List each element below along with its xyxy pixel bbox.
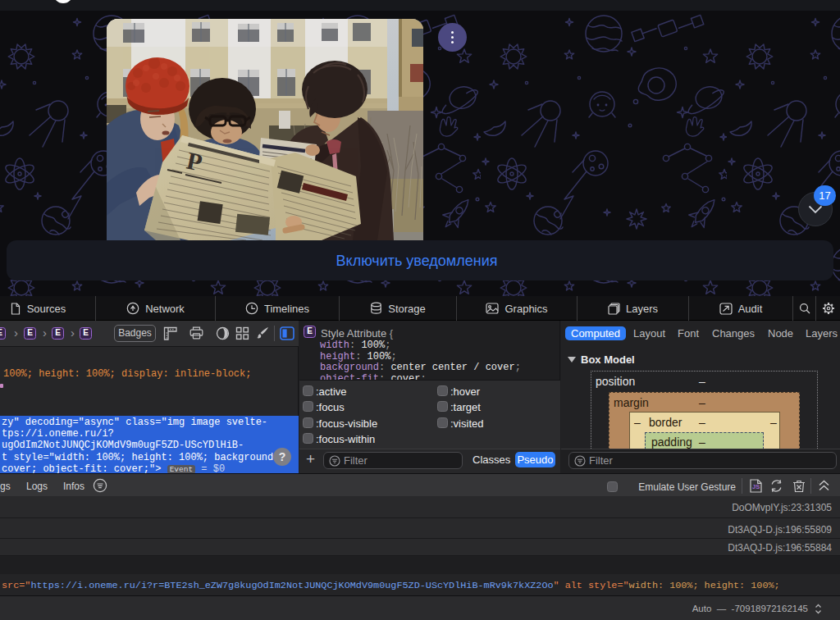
svg-text:JS: JS <box>752 483 760 490</box>
